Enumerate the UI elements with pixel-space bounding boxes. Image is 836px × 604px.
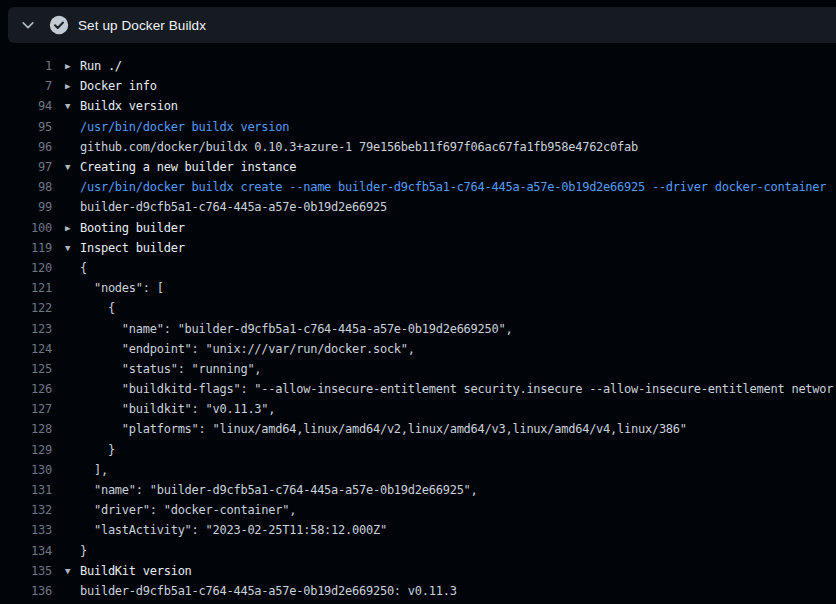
- log-line-row: 123 "name": "builder-d9cfb5a1-c764-445a-…: [0, 318, 836, 338]
- log-text: /usr/bin/docker buildx create --name bui…: [80, 180, 826, 194]
- line-number[interactable]: 94: [0, 99, 52, 113]
- log-line-row: 95 /usr/bin/docker buildx version: [0, 117, 836, 137]
- log-text: Buildx version: [80, 99, 178, 113]
- log-group-row[interactable]: 1 ▶ Run ./: [0, 56, 836, 76]
- caret-collapsed-icon[interactable]: ▶: [64, 218, 80, 238]
- log-line-row: 125 "status": "running",: [0, 359, 836, 379]
- caret-expanded-icon[interactable]: ▼: [64, 96, 80, 116]
- caret-expanded-icon[interactable]: ▼: [64, 561, 80, 581]
- log-text: }: [80, 544, 87, 558]
- line-number[interactable]: 120: [0, 261, 52, 275]
- log-line-row: 124 "endpoint": "unix:///var/run/docker.…: [0, 339, 836, 359]
- log-text: /usr/bin/docker buildx version: [80, 120, 289, 134]
- log-line-row: 129 }: [0, 440, 836, 460]
- line-number[interactable]: 132: [0, 503, 52, 517]
- log-text: "platforms": "linux/amd64,linux/amd64/v2…: [80, 422, 687, 436]
- line-number[interactable]: 124: [0, 342, 52, 356]
- line-number[interactable]: 95: [0, 120, 52, 134]
- line-number[interactable]: 126: [0, 382, 52, 396]
- line-number[interactable]: 99: [0, 200, 52, 214]
- log-line-row: 132 "driver": "docker-container",: [0, 500, 836, 520]
- log-text: Booting builder: [80, 221, 185, 235]
- line-number[interactable]: 127: [0, 402, 52, 416]
- caret-expanded-icon[interactable]: ▼: [64, 157, 80, 177]
- step-header[interactable]: Set up Docker Buildx: [8, 7, 836, 43]
- log-group-row[interactable]: 100 ▶ Booting builder: [0, 218, 836, 238]
- log-line-row: 120 {: [0, 258, 836, 278]
- log-text: builder-d9cfb5a1-c764-445a-a57e-0b19d2e6…: [80, 584, 457, 598]
- log-line-row: 99 builder-d9cfb5a1-c764-445a-a57e-0b19d…: [0, 197, 836, 217]
- log-line-row: 98 /usr/bin/docker buildx create --name …: [0, 177, 836, 197]
- line-number[interactable]: 123: [0, 322, 52, 336]
- line-number[interactable]: 130: [0, 463, 52, 477]
- log-line-row: 127 "buildkit": "v0.11.3",: [0, 399, 836, 419]
- log-text: "lastActivity": "2023-02-25T11:58:12.000…: [80, 523, 387, 537]
- log-text: "buildkitd-flags": "--allow-insecure-ent…: [80, 382, 833, 396]
- log-group-row[interactable]: 7 ▶ Docker info: [0, 76, 836, 96]
- line-number[interactable]: 121: [0, 281, 52, 295]
- line-number[interactable]: 98: [0, 180, 52, 194]
- log-text: Docker info: [80, 79, 157, 93]
- log-line-row: 96 github.com/docker/buildx 0.10.3+azure…: [0, 137, 836, 157]
- log-line-row: 133 "lastActivity": "2023-02-25T11:58:12…: [0, 520, 836, 540]
- line-number[interactable]: 128: [0, 422, 52, 436]
- log-line-row: 122 {: [0, 298, 836, 318]
- log-line-row: 121 "nodes": [: [0, 278, 836, 298]
- log-text: Run ./: [80, 59, 122, 73]
- log-text: "name": "builder-d9cfb5a1-c764-445a-a57e…: [80, 322, 512, 336]
- line-number[interactable]: 131: [0, 483, 52, 497]
- log-line-row: 136 builder-d9cfb5a1-c764-445a-a57e-0b19…: [0, 581, 836, 601]
- log-text: builder-d9cfb5a1-c764-445a-a57e-0b19d2e6…: [80, 200, 387, 214]
- line-number[interactable]: 7: [0, 79, 52, 93]
- line-number[interactable]: 125: [0, 362, 52, 376]
- check-circle-icon: [49, 15, 69, 35]
- log-line-row: 131 "name": "builder-d9cfb5a1-c764-445a-…: [0, 480, 836, 500]
- caret-collapsed-icon[interactable]: ▶: [64, 76, 80, 96]
- line-number[interactable]: 122: [0, 301, 52, 315]
- line-number[interactable]: 96: [0, 140, 52, 154]
- log-text: }: [80, 443, 115, 457]
- line-number[interactable]: 97: [0, 160, 52, 174]
- log-text: BuildKit version: [80, 564, 192, 578]
- log-group-row[interactable]: 94 ▼ Buildx version: [0, 96, 836, 116]
- caret-collapsed-icon[interactable]: ▶: [64, 56, 80, 76]
- line-number[interactable]: 134: [0, 544, 52, 558]
- log-group-row[interactable]: 119 ▼ Inspect builder: [0, 238, 836, 258]
- log-text: {: [80, 301, 115, 315]
- log-text: "driver": "docker-container",: [80, 503, 296, 517]
- chevron-down-icon[interactable]: [20, 17, 36, 33]
- line-number[interactable]: 133: [0, 523, 52, 537]
- log-text: "name": "builder-d9cfb5a1-c764-445a-a57e…: [80, 483, 478, 497]
- step-title: Set up Docker Buildx: [78, 18, 206, 33]
- log-text: "status": "running",: [80, 362, 261, 376]
- log-text: Inspect builder: [80, 241, 185, 255]
- log-text: Creating a new builder instance: [80, 160, 296, 174]
- line-number[interactable]: 119: [0, 241, 52, 255]
- log-text: "endpoint": "unix:///var/run/docker.sock…: [80, 342, 415, 356]
- line-number[interactable]: 100: [0, 221, 52, 235]
- caret-expanded-icon[interactable]: ▼: [64, 238, 80, 258]
- line-number[interactable]: 129: [0, 443, 52, 457]
- log-text: "buildkit": "v0.11.3",: [80, 402, 275, 416]
- line-number[interactable]: 136: [0, 584, 52, 598]
- log-group-row[interactable]: 135 ▼ BuildKit version: [0, 561, 836, 581]
- line-number[interactable]: 135: [0, 564, 52, 578]
- line-number[interactable]: 1: [0, 59, 52, 73]
- log-line-row: 134 }: [0, 541, 836, 561]
- log-text: "nodes": [: [80, 281, 164, 295]
- log-text: github.com/docker/buildx 0.10.3+azure-1 …: [80, 140, 638, 154]
- log-line-row: 130 ],: [0, 460, 836, 480]
- log-text: {: [80, 261, 87, 275]
- log-viewer: 1 ▶ Run ./ 7 ▶ Docker info 94 ▼ Buildx v…: [0, 43, 836, 604]
- log-text: ],: [80, 463, 108, 477]
- log-line-row: 128 "platforms": "linux/amd64,linux/amd6…: [0, 419, 836, 439]
- log-line-row: 126 "buildkitd-flags": "--allow-insecure…: [0, 379, 836, 399]
- log-group-row[interactable]: 97 ▼ Creating a new builder instance: [0, 157, 836, 177]
